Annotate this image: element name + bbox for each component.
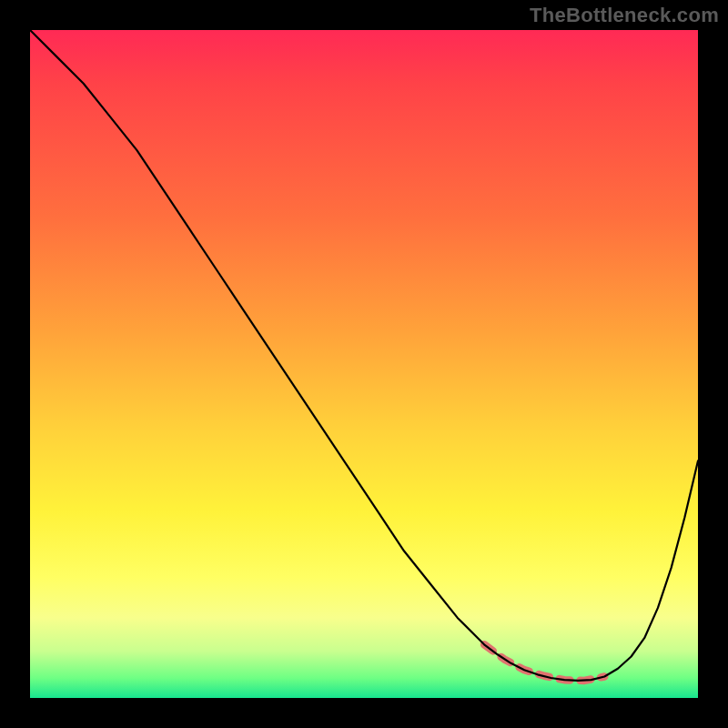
watermark-text: TheBottleneck.com [530,4,719,27]
plot-area [30,30,698,698]
plot-svg [30,30,698,698]
chart-frame: TheBottleneck.com [0,0,728,728]
gradient-background [30,30,698,698]
